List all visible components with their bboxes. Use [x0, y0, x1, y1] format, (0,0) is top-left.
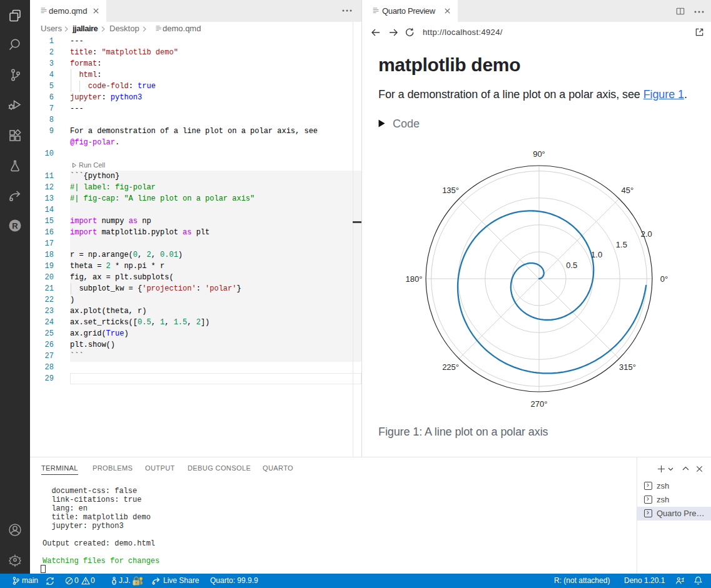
svg-text:270°: 270° [531, 399, 548, 409]
svg-text:1.0: 1.0 [591, 250, 602, 259]
svg-text:0°: 0° [660, 274, 668, 284]
svg-text:45°: 45° [622, 186, 634, 195]
svg-text:225°: 225° [442, 362, 459, 372]
svg-text:2.0: 2.0 [641, 229, 652, 239]
svg-text:0.5: 0.5 [566, 261, 577, 270]
svg-text:R: R [12, 221, 18, 231]
svg-text:90°: 90° [533, 149, 545, 159]
svg-text:135°: 135° [442, 186, 459, 195]
svg-text:1.5: 1.5 [616, 240, 627, 249]
svg-text:315°: 315° [619, 362, 636, 372]
svg-text:180°: 180° [406, 274, 423, 284]
